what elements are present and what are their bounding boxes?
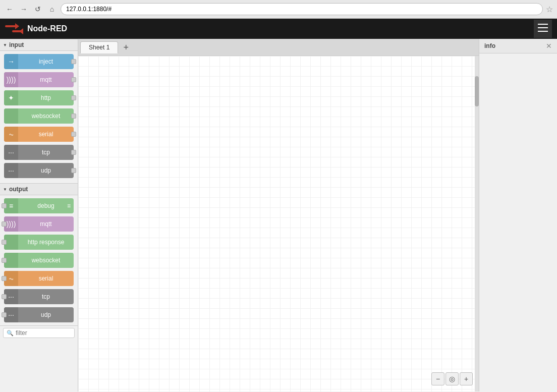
inject-label: inject [18,58,74,65]
nr-logo-icon [5,23,23,34]
svg-rect-4 [538,24,548,25]
nr-menu-button[interactable] [534,20,552,38]
udp-out-label: udp [18,311,74,318]
node-mqtt-out[interactable]: )))) mqtt [4,216,74,232]
udp-in-label: udp [18,167,74,174]
refresh-button[interactable]: ↺ [32,4,43,15]
menu-icon [538,24,548,34]
tab-sheet1[interactable]: Sheet 1 [80,41,118,53]
node-tcp-out[interactable]: ··· tcp [4,289,74,304]
http-in-port-right [71,95,76,100]
nr-logo-text: Node-RED [27,24,67,33]
canvas-area: Sheet 1 + − ◎ + [78,39,479,391]
filter-input[interactable] [16,329,71,337]
svg-rect-6 [538,31,548,32]
http-in-icon: ✦ [4,90,18,105]
inject-port-right [71,59,76,64]
output-triangle-icon: ▼ [3,187,7,192]
node-serial-in[interactable]: ⏦ serial [4,127,74,142]
canvas-toolbar: − ◎ + [431,372,473,385]
websocket-out-label: websocket [18,257,74,264]
back-button[interactable]: ← [4,4,15,15]
info-content [479,53,557,391]
node-websocket-in[interactable]: websocket [4,108,74,124]
home-button[interactable]: ⌂ [46,4,58,15]
node-http-in[interactable]: ✦ http [4,90,74,105]
udp-in-icon: ··· [4,163,18,178]
sidebar-section-output[interactable]: ▼ output [0,183,78,195]
filter-bar: 🔍 [0,325,78,340]
serial-out-port-left [2,276,7,281]
filter-search-icon: 🔍 [7,330,14,337]
svg-marker-1 [15,23,19,29]
info-panel: info ✕ [479,39,557,391]
serial-in-icon: ⏦ [4,127,18,142]
websocket-in-icon [4,108,18,124]
tcp-out-port-left [2,294,7,299]
info-header: info ✕ [479,39,557,53]
serial-in-port-right [71,132,76,137]
info-title: info [484,42,495,49]
mqtt-in-icon: )))) [4,72,18,87]
udp-in-port-right [71,168,76,173]
node-websocket-out[interactable]: websocket [4,253,74,268]
node-udp-out[interactable]: ··· udp [4,307,74,322]
zoom-reset-button[interactable]: ◎ [445,372,459,385]
svg-rect-5 [538,27,548,28]
debug-port-left [2,203,7,208]
sidebar-section-input[interactable]: ▼ input [0,39,78,51]
serial-out-label: serial [18,275,74,282]
debug-label: debug [18,202,74,209]
nr-tabs: Sheet 1 + [78,39,479,56]
node-http-response[interactable]: http response [4,235,74,250]
scrollbar-thumb[interactable] [475,76,479,106]
canvas-grid [78,56,479,391]
svg-rect-0 [5,25,16,27]
mqtt-in-port-right [71,77,76,82]
mqtt-out-port-left [2,221,7,227]
tcp-in-port-right [71,150,76,155]
address-bar[interactable] [61,3,543,15]
debug-right-icon: ≡ [67,202,71,209]
websocket-out-port-left [2,258,7,263]
node-tcp-in[interactable]: ··· tcp [4,145,74,160]
forward-button[interactable]: → [18,4,29,15]
input-section-label: input [9,41,24,48]
info-close-button[interactable]: ✕ [546,42,552,50]
nr-sidebar: ▼ input → inject )))) mqtt ✦ http websoc… [0,39,78,391]
http-in-label: http [18,94,74,101]
nr-header: Node-RED [0,19,557,39]
nr-main: ▼ input → inject )))) mqtt ✦ http websoc… [0,39,557,391]
tcp-out-label: tcp [18,293,74,300]
inject-icon: → [4,54,18,69]
http-response-port-left [2,240,7,245]
serial-in-label: serial [18,131,74,138]
http-response-label: http response [18,239,74,246]
node-mqtt-in[interactable]: )))) mqtt [4,72,74,87]
zoom-in-button[interactable]: + [460,372,473,385]
output-section-label: output [9,186,28,193]
zoom-out-button[interactable]: − [431,372,444,385]
nr-canvas[interactable]: − ◎ + [78,56,479,391]
output-node-list: ≡ debug ≡ )))) mqtt http response websoc… [0,195,78,325]
node-udp-in[interactable]: ··· udp [4,163,74,178]
node-serial-out[interactable]: ⏦ serial [4,271,74,286]
mqtt-out-label: mqtt [18,220,74,228]
input-node-list: → inject )))) mqtt ✦ http websocket ⏦ se… [0,51,78,181]
udp-out-port-left [2,312,7,317]
websocket-in-port-right [71,114,76,119]
nr-logo: Node-RED [5,23,67,34]
tcp-in-label: tcp [18,149,74,156]
input-triangle-icon: ▼ [3,43,7,47]
websocket-in-label: websocket [18,113,74,120]
canvas-scrollbar-vertical[interactable] [475,56,479,391]
browser-chrome: ← → ↺ ⌂ ☆ [0,0,557,19]
add-tab-button[interactable]: + [119,43,133,52]
bookmark-button[interactable]: ☆ [546,5,553,14]
tcp-in-icon: ··· [4,145,18,160]
svg-marker-3 [19,28,23,34]
mqtt-in-label: mqtt [18,76,74,83]
node-inject[interactable]: → inject [4,54,74,69]
node-debug[interactable]: ≡ debug ≡ [4,198,74,213]
